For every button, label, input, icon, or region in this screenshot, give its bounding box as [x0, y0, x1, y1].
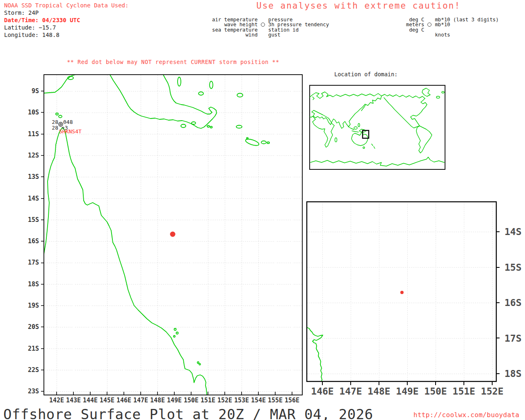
tick-label: 154E	[251, 397, 266, 404]
tick-label: 149E	[396, 386, 418, 397]
storm-id-line: Storm: 24P	[4, 9, 39, 16]
legend-gap	[424, 32, 435, 37]
world-inset-map	[310, 85, 445, 169]
station-pressure: 048	[63, 119, 73, 125]
legend-gap	[424, 27, 435, 32]
inset-map-title: Location of domain:	[334, 71, 397, 78]
offshore-surface-plot-screen: NOAA SSD Tropical Cyclone Data Used: Sto…	[0, 0, 525, 420]
legend-gap	[258, 27, 268, 32]
units-empty	[406, 32, 424, 37]
tick-label: 153E	[234, 397, 249, 404]
station-sea-temp: 28	[51, 125, 58, 130]
tick-label: 150E	[184, 397, 199, 404]
tick-label: 151E	[201, 397, 215, 404]
tick-label: 149E	[167, 397, 182, 404]
detail-map-x-axis-labels: 146E147E148E149E150E151E152E	[307, 386, 496, 397]
tick-label: 19S	[28, 302, 39, 309]
tick-label: 20S	[28, 323, 39, 331]
detail-map	[307, 202, 500, 385]
tick-label: 143E	[66, 397, 81, 404]
legend-wind: wind	[212, 32, 258, 37]
tick-label: 11S	[28, 130, 39, 138]
station-model-legend: air temperature pressure wave height 3h …	[212, 17, 329, 38]
tick-label: 15S	[28, 216, 39, 224]
tick-label: 146E	[116, 397, 131, 404]
main-map-x-axis-labels: 142E143E144E145E146E147E148E149E150E151E…	[44, 397, 302, 405]
tick-label: 17S	[28, 259, 39, 266]
tick-label: 14S	[28, 195, 39, 202]
tick-label: 12S	[28, 152, 39, 159]
tick-label: 147E	[339, 386, 362, 397]
tick-label: 16S	[504, 297, 522, 308]
station-circle-icon	[258, 22, 268, 27]
storm-position-dot	[170, 232, 176, 237]
legend-gap	[258, 32, 268, 37]
legend-pressure-tendency: 3h pressure tendency	[268, 22, 329, 27]
tick-label: 155E	[268, 397, 283, 404]
tick-label: 9S	[32, 87, 39, 95]
tick-label: 144E	[83, 397, 98, 404]
tick-label: 148E	[368, 386, 390, 397]
legend-wave-height: wave height	[212, 22, 258, 27]
tick-label: 145E	[100, 397, 114, 404]
main-map	[41, 75, 302, 395]
tick-label: 13S	[28, 173, 39, 180]
units-deg-c-sea: deg C	[406, 27, 424, 32]
tick-label: 147E	[133, 397, 148, 404]
tick-label: 156E	[285, 397, 299, 404]
units-mb10: mb*10	[435, 22, 498, 27]
tick-label: 146E	[311, 386, 333, 397]
station-circle-icon	[424, 22, 435, 27]
storm-position-warning: ** Red dot below may NOT represent CURRE…	[44, 59, 302, 65]
tick-label: 148E	[150, 397, 165, 404]
tick-label: 16S	[28, 237, 39, 245]
source-url: http://coolwx.com/buoydata	[413, 411, 519, 419]
tick-label: 17S	[504, 333, 522, 344]
legend-gap	[258, 17, 268, 22]
main-map-y-ticks	[41, 91, 44, 391]
tick-label: 150E	[424, 386, 447, 397]
units-knots: knots	[435, 32, 498, 37]
caution-banner: Use analyses with extreme caution!	[256, 1, 461, 11]
tick-label: 18S	[28, 281, 39, 288]
station-air-temp: 28	[51, 119, 58, 125]
units-meters: meters	[406, 22, 424, 27]
legend-gap	[424, 17, 435, 22]
tick-label: 152E	[217, 397, 232, 404]
tick-label: 151E	[452, 386, 475, 397]
tick-label: 21S	[28, 345, 39, 352]
detail-map-x-ticks	[322, 381, 492, 385]
longitude-line: Longitude: 148.8	[4, 31, 59, 39]
tick-label: 15S	[504, 262, 522, 273]
storm-position-dot-detail	[400, 291, 404, 294]
plot-title: Offshore Surface Plot at 20Z / MAR 04, 2…	[3, 406, 373, 420]
tick-label: 14S	[504, 226, 522, 237]
units-legend: deg C mb*10 (last 3 digits) meters mb*10…	[406, 17, 499, 38]
tick-label: 152E	[481, 386, 503, 397]
data-source-line: NOAA SSD Tropical Cyclone Data Used:	[4, 2, 128, 9]
world-coastlines	[310, 88, 444, 166]
tick-label: 23S	[28, 388, 39, 395]
latitude-line: Latitude: −15.7	[4, 24, 56, 31]
legend-gust: gust	[268, 32, 329, 37]
station-id-label: 5HKNS4T	[59, 129, 82, 134]
tick-label: 22S	[28, 366, 39, 374]
datetime-line: Date/Time: 04/2330 UTC	[4, 16, 80, 24]
tick-label: 18S	[504, 368, 522, 379]
tick-label: 142E	[49, 397, 64, 404]
tick-label: 10S	[28, 109, 39, 116]
main-map-y-axis-labels: 9S10S11S12S13S14S15S16S17S18S19S20S21S22…	[11, 75, 41, 395]
